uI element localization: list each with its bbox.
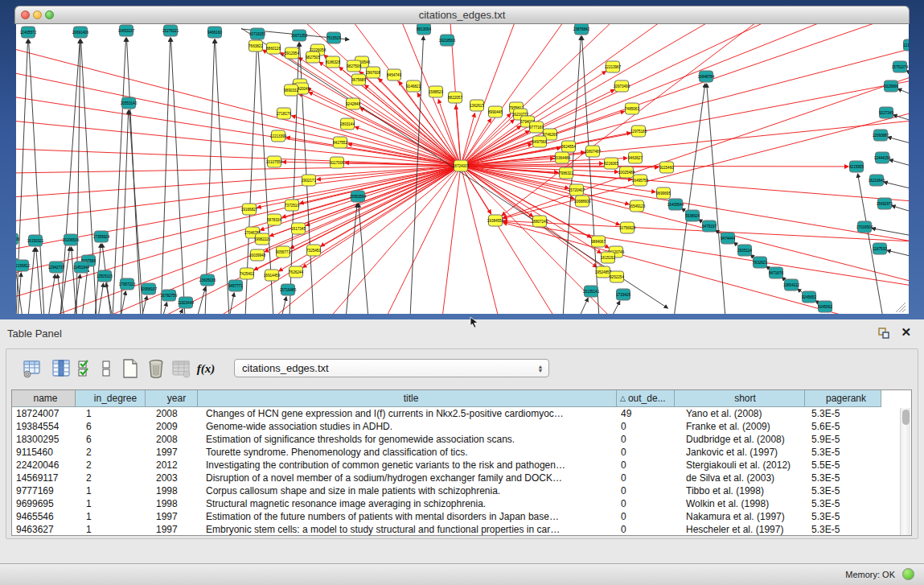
table-cell[interactable]: Franke et al. (2009) (675, 420, 805, 433)
vertical-scrollbar[interactable] (900, 408, 910, 535)
table-mode-button[interactable] (21, 357, 43, 380)
table-cell[interactable]: 9777169 (12, 484, 76, 497)
graph-node[interactable]: 17957223 (119, 278, 136, 290)
graph-node[interactable]: 10107554 (266, 156, 283, 167)
graph-node[interactable]: 8427552 (333, 137, 347, 148)
graph-node[interactable]: 2803144 (340, 118, 355, 130)
graph-node[interactable]: 16782759 (161, 290, 178, 301)
table-row[interactable]: 977716911998Corpus callosum shape and si… (12, 484, 911, 497)
table-cell[interactable]: 2012 (146, 459, 198, 472)
column-header-year[interactable]: year (146, 390, 198, 407)
graph-node[interactable]: 8471676 (769, 267, 783, 278)
table-cell[interactable]: Corpus callosum shape and size in male p… (198, 484, 617, 497)
table-cell[interactable]: 5.3E-5 (805, 484, 881, 497)
graph-node[interactable]: 10653237 (118, 25, 135, 36)
table-cell[interactable]: 1 (76, 510, 146, 523)
graph-node[interactable]: 8990445 (488, 106, 503, 117)
graph-node[interactable]: 3624554 (561, 141, 576, 152)
graph-node[interactable]: 15276021 (162, 25, 179, 36)
graph-node[interactable]: 17359924 (93, 231, 110, 242)
graph-node[interactable]: 9345062 (818, 301, 832, 312)
table-cell[interactable]: 19384554 (12, 420, 76, 433)
table-cell[interactable]: 1998 (146, 497, 198, 510)
table-cell[interactable]: 6 (76, 433, 146, 446)
graph-node[interactable]: 9242848 (346, 98, 360, 109)
graph-node[interactable]: 7663822 (248, 40, 263, 51)
table-cell[interactable]: Nakamura et al. (1997) (675, 510, 805, 523)
graph-node[interactable]: 1167533 (873, 243, 887, 254)
network-window-titlebar[interactable]: citations_edges.txt (14, 6, 910, 24)
graph-node[interactable]: 8216065 (604, 158, 618, 169)
graph-node[interactable]: 17016504 (856, 221, 873, 233)
graph-node[interactable]: 7515526 (326, 32, 341, 43)
column-header-title[interactable]: title (198, 390, 617, 407)
graph-node[interactable]: 15692971 (877, 198, 893, 209)
graph-node[interactable]: 1615192 (601, 252, 615, 263)
graph-node[interactable]: 12093887 (873, 130, 889, 141)
table-cell[interactable]: 2009 (146, 420, 198, 433)
table-cell[interactable]: 49 (617, 407, 675, 420)
graph-node[interactable]: 15751074 (892, 61, 909, 72)
table-cell[interactable]: Stergiakouli et al. (2012) (675, 459, 805, 472)
graph-node[interactable]: 15720407 (569, 184, 585, 196)
graph-node[interactable]: 19982220 (254, 233, 271, 245)
table-row[interactable]: 946362711997Embryonic stem cells: a mode… (12, 523, 911, 536)
table-cell[interactable]: 5.3E-5 (805, 407, 881, 420)
graph-node[interactable]: 1212307 (903, 39, 909, 51)
table-cell[interactable]: 5.3E-5 (805, 523, 881, 536)
table-row[interactable]: 946554611997Estimation of the future num… (12, 510, 911, 523)
table-cell[interactable]: Estimation of significance thresholds fo… (198, 433, 617, 446)
graph-node[interactable]: 1733426 (616, 289, 630, 300)
show-columns-button[interactable] (50, 357, 72, 380)
graph-node[interactable]: 8186328 (326, 56, 340, 68)
unselect-all-columns-button[interactable] (95, 357, 117, 380)
scrollbar-thumb[interactable] (902, 410, 910, 425)
graph-node[interactable]: 10654112 (783, 279, 800, 290)
table-cell[interactable]: Investigating the contribution of common… (198, 459, 617, 472)
function-builder-button[interactable]: f(x) (195, 357, 217, 380)
table-cell[interactable]: Changes of HCN gene expression and I(f) … (198, 407, 617, 420)
graph-node[interactable]: 23605036 (199, 274, 216, 286)
graph-node[interactable]: 9245652 (802, 291, 816, 303)
table-cell[interactable]: 2008 (146, 433, 198, 446)
graph-node[interactable]: 10688609 (574, 196, 591, 207)
table-cell[interactable]: 0 (617, 484, 675, 497)
graph-node[interactable]: 16495756 (632, 175, 649, 186)
graph-node[interactable]: 2967608 (366, 67, 380, 78)
graph-node[interactable]: 20364486 (554, 152, 571, 163)
graph-node[interactable]: 8813054 (417, 24, 431, 35)
table-cell[interactable]: Wolkin et al. (1998) (675, 497, 805, 510)
graph-node[interactable]: 8822057 (448, 92, 462, 103)
graph-node[interactable]: 8215955 (849, 161, 864, 172)
graph-node[interactable]: 9827505 (306, 51, 320, 63)
graph-node[interactable]: 9329966 (884, 80, 898, 92)
graph-node[interactable]: 5938924 (685, 210, 700, 221)
graph-node[interactable]: 9463627 (628, 152, 643, 163)
table-cell[interactable]: 5.3E-5 (805, 510, 881, 523)
graph-node[interactable]: 16150321 (27, 235, 44, 246)
table-cell[interactable]: 6 (76, 420, 146, 433)
close-panel-icon[interactable]: ✕ (901, 325, 911, 340)
graph-node[interactable]: 7372510 (285, 200, 299, 211)
table-cell[interactable]: Tibbo et al. (1998) (675, 484, 805, 497)
graph-node[interactable]: 12942737 (48, 262, 65, 273)
create-new-column-button[interactable] (119, 357, 142, 380)
table-cell[interactable]: 0 (617, 472, 675, 484)
table-cell[interactable]: 5.3E-5 (805, 446, 881, 459)
graph-node[interactable]: 9056771 (276, 246, 290, 257)
table-cell[interactable]: 0 (617, 497, 675, 510)
delete-columns-button[interactable] (145, 357, 167, 380)
graph-node[interactable]: 12156812 (16, 260, 31, 271)
graph-node[interactable]: 9146821 (406, 80, 421, 92)
graph-node[interactable]: 9699695 (656, 187, 671, 199)
graph-node[interactable]: 20553140 (121, 97, 138, 109)
table-cell[interactable]: Genome-wide association studies in ADHD. (198, 420, 617, 433)
graph-node[interactable]: 12505115 (97, 270, 113, 282)
graph-node[interactable]: 7986322 (559, 167, 573, 179)
table-row[interactable]: 911546021997Tourette syndrome. Phenomeno… (12, 446, 911, 459)
table-cell[interactable]: 1 (76, 407, 146, 420)
graph-node[interactable]: 9884067 (591, 236, 606, 247)
graph-node[interactable]: 9457771 (228, 280, 243, 291)
graph-node[interactable]: 16039948 (249, 249, 266, 261)
graph-node[interactable]: 7626244 (289, 266, 303, 278)
